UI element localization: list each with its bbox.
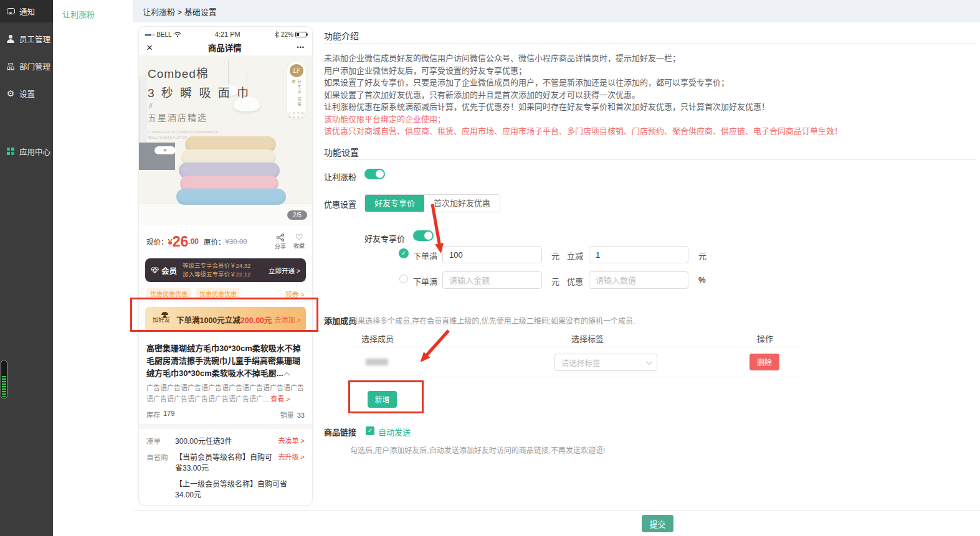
favorite-button[interactable]: ♡ 收藏 [293, 233, 305, 250]
hero-subtitle: 五星酒店精选 [148, 111, 312, 123]
intro-line: 如果设置了首次加好友优惠，只有新添加的并且是首次添加的好友才可以获得一次优惠。 [324, 89, 842, 101]
delete-button[interactable]: 删除 [749, 354, 779, 370]
member-banner: 会员 等级三专享会员价￥24.32 加入等级五专享价￥22.12 立即开通 > [145, 258, 306, 282]
hero-slashes: // [149, 103, 312, 110]
intro-line: 如果设置了好友专享价，只要是添加了企业微信成员的用户，不管是新添加还是以往添加的… [324, 77, 842, 89]
app-center-icon [6, 147, 15, 156]
member-tag: 会员 [161, 265, 177, 276]
friend-price-toggle[interactable] [413, 230, 434, 241]
share-button[interactable]: 分享 [275, 233, 286, 250]
app-window: 通知 员工管理 品 部门管理 ⚙ 设置 应用中心 让利涨粉 让利涨粉 > 基础设… [0, 0, 980, 536]
sidebar-item-notifications[interactable]: 通知 [0, 0, 53, 22]
rule1-value-unit: 元 [698, 250, 706, 261]
gather-order-row: 凑单 300.00元任选3件 去凑单 > [146, 435, 305, 446]
current-price-label: 现价： [146, 237, 168, 247]
hero-title-line1: Combed棉 [148, 64, 312, 81]
self-buy-row: 自省购 【当前会员等级名称】自购可省33.00元 去升级 > [146, 451, 305, 473]
bluetooth-icon [274, 31, 279, 38]
sidebar-item-settings[interactable]: ⚙ 设置 [0, 82, 53, 105]
view-more-link[interactable]: 查看 > [270, 395, 290, 403]
tab-first-add-friend[interactable]: 首次加好友优惠 [424, 195, 500, 212]
tag-select[interactable]: 请选择标签 [554, 354, 657, 371]
content-panel: ●●●○○ BELL 4:21 PM 22% × [133, 22, 980, 510]
sales-value: 33 [297, 411, 305, 419]
rule2-radio-unchecked[interactable] [399, 275, 408, 283]
phone-page-title: 商品详情 [153, 41, 297, 54]
sidebar-item-departments[interactable]: 品 部门管理 [0, 55, 53, 77]
rule2-prefix: 下单满 [413, 275, 437, 287]
intro-line-warning: 该优惠只对商城自营、供应商、租赁、应用市场、应用市场子平台、多门店项目核销、门店… [324, 125, 842, 138]
hero-text-block: Combed棉 3 秒 瞬 吸 面 巾 // 五星酒店精选 IT TAKES A… [139, 55, 312, 140]
rule2-value-input[interactable] [589, 271, 688, 289]
auto-send-checkbox[interactable]: ✓ [366, 426, 374, 435]
get-coupon-link[interactable]: 领券 > [285, 289, 305, 299]
col-member: 选择成员 [361, 332, 394, 344]
diamond-icon [151, 267, 159, 274]
close-icon[interactable]: × [146, 42, 153, 53]
tab-friend-price[interactable]: 好友专享价 [365, 195, 424, 212]
gather-label: 凑单 [146, 435, 175, 446]
sidebar-item-label: 部门管理 [19, 60, 50, 72]
product-ad-text: 广告语广告语广告语广告语广告语广告语广告语广告语广告语广告语广告语广告语广告语广… [146, 383, 305, 405]
chevron-down-icon [646, 359, 652, 365]
activity-row: 活动 包邮 本商品满5件包邮，本商品满200包邮 > 满减 本商品满￥200立减… [146, 505, 305, 505]
member-price-lines: 等级三专享会员价￥24.32 加入等级五专享价￥22.12 [183, 261, 250, 279]
sidebar-item-app-center[interactable]: 应用中心 [0, 140, 53, 162]
intro-line: 未添加企业微信成员好友的微信用户访问微信公众号、微信小程序商品详情页时，提示加好… [324, 52, 842, 65]
share-icon [276, 233, 285, 242]
submenu-item-rangli[interactable]: 让利涨粉 [53, 0, 133, 20]
discount-setting-label: 优惠设置 [324, 198, 356, 210]
towel-stack-image [176, 139, 286, 205]
friend-offer-text: 下单满1000元立减200.00元 [176, 314, 272, 326]
phone-navbar: × 商品详情 ••• [139, 39, 312, 55]
product-link-label: 商品链接 [324, 426, 356, 438]
add-friend-banner: 加好友 下单满1000元立减200.00元 去添加 > [145, 307, 306, 332]
go-upgrade-link[interactable]: 去升级 > [278, 451, 305, 461]
friend-price-label: 好友专享价 [364, 232, 405, 244]
col-tag: 选择标签 [571, 332, 604, 344]
section-divider [139, 424, 312, 429]
sidebar-item-label: 员工管理 [19, 33, 50, 45]
price-row: 现价： ¥ 26 .00 原价： ¥30.00 [139, 225, 312, 258]
employee-icon [6, 34, 15, 43]
add-button[interactable]: 新增 [368, 391, 397, 408]
go-gather-link[interactable]: 去凑单 > [278, 435, 305, 445]
rule2-amount-input[interactable] [442, 271, 542, 289]
rule1-value-input[interactable] [589, 246, 688, 263]
share-label: 分享 [275, 242, 286, 250]
auto-send-label[interactable]: 自动发送 [378, 426, 411, 438]
more-icon[interactable]: ••• [297, 44, 305, 50]
enable-toggle[interactable] [364, 169, 385, 179]
gather-text: 300.00元任选3件 [175, 435, 232, 446]
enable-label: 让利涨粉 [324, 171, 356, 182]
self-buy-line1: 【当前会员等级名称】自购可省33.00元 [175, 451, 278, 473]
rule1-radio-checked[interactable]: ✓ [399, 248, 409, 258]
heart-icon: ♡ [295, 233, 303, 241]
primary-sidebar: 通知 员工管理 品 部门管理 ⚙ 设置 应用中心 [0, 0, 53, 536]
scroll-hint-pill [155, 146, 176, 154]
hero-tagline: IT TAKES A LOT OF TOWELS TO KNOW WHAT'S … [148, 129, 312, 140]
stock-label: 库存 [146, 410, 160, 420]
product-link-hint: 勾选后,用户添加好友后,自动发送添加好友时访问的商品链接,不再发送欢迎语! [350, 444, 605, 455]
rule1-amount-input[interactable] [442, 246, 542, 263]
rule2-unit: 元 [551, 275, 559, 287]
clock-label: 4:21 PM [181, 31, 274, 38]
intro-line: 用户添加企业微信好友后，可享受设置的好友专享优惠； [324, 65, 842, 77]
add-friend-icon-col: 加好友 [150, 315, 173, 324]
member-open-link[interactable]: 立即开通 > [269, 266, 300, 275]
go-add-friend-link[interactable]: 去添加 > [275, 314, 301, 324]
department-icon: 品 [6, 62, 15, 70]
submit-button[interactable]: 提交 [642, 515, 673, 532]
sidebar-item-employees[interactable]: 员工管理 [0, 27, 53, 50]
activity-label: 活动 [146, 505, 175, 505]
self-buy-label: 自省购 [146, 451, 175, 462]
sidebar-item-label: 通知 [19, 6, 35, 17]
hero-title-line2: 3 秒 瞬 吸 面 巾 [148, 83, 312, 100]
rule2-mid-label: 优惠 [567, 275, 583, 287]
coupon-row: 优惠优惠优惠 优惠优惠优惠 领券 > [139, 286, 312, 302]
member-name-redacted [366, 359, 388, 365]
tag-select-placeholder: 请选择标签 [561, 357, 601, 369]
add-members-hint: 如果选择多个成员,存在会员直推上级的,优先使用上级二维码;如果没有的随机一个成员… [350, 315, 635, 326]
collapse-chevron-icon[interactable] [283, 372, 290, 378]
wifi-icon [174, 32, 181, 37]
